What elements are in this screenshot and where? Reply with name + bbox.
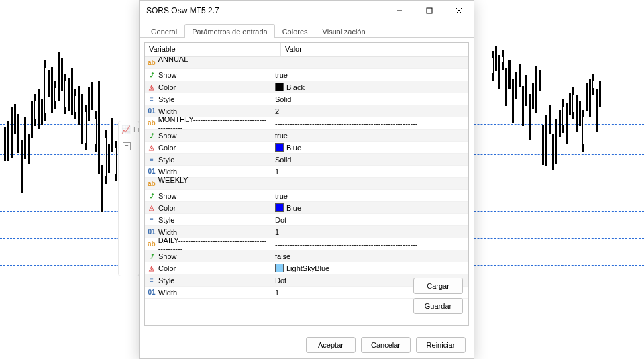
param-row[interactable]: ◬ColorBlue — [145, 142, 468, 154]
param-row[interactable]: ≡StyleSolid — [145, 93, 468, 105]
value-text: 1 — [275, 228, 279, 236]
cancel-button[interactable]: Cancelar — [361, 337, 411, 353]
param-value[interactable]: ----------------------------------------… — [272, 178, 468, 189]
param-value[interactable]: Black — [272, 81, 468, 93]
candlestick — [529, 94, 531, 140]
chart-candles-right — [486, 47, 644, 282]
param-label: Style — [158, 95, 174, 103]
candlestick — [586, 83, 588, 111]
param-value[interactable]: ----------------------------------------… — [272, 117, 468, 129]
param-row[interactable]: ⭜Showtrue — [145, 190, 468, 202]
param-label: Style — [158, 156, 174, 164]
reset-button[interactable]: Reiniciar — [416, 337, 466, 353]
candlestick — [542, 125, 544, 165]
value-text: true — [275, 71, 288, 79]
candlestick — [515, 72, 517, 99]
color-swatch — [275, 143, 284, 152]
param-label: Color — [158, 144, 176, 152]
save-button[interactable]: Guardar — [413, 298, 463, 314]
candlestick — [111, 118, 113, 152]
color-icon: ◬ — [148, 264, 156, 272]
candlestick — [64, 74, 66, 114]
param-label: Show — [158, 192, 177, 200]
candlestick — [535, 66, 537, 113]
param-value[interactable]: 2 — [272, 105, 468, 117]
candlestick — [492, 51, 494, 81]
tree-collapse-icon[interactable]: − — [123, 142, 131, 150]
load-button[interactable]: Cargar — [413, 278, 463, 294]
candlestick — [101, 165, 103, 212]
style-icon: ≡ — [148, 276, 156, 285]
candlestick — [596, 89, 598, 132]
grid-header-variable[interactable]: Variable — [145, 43, 281, 56]
grid-header-value[interactable]: Valor — [281, 43, 468, 56]
param-row[interactable]: ⭜Showtrue — [145, 130, 468, 142]
param-value[interactable]: Blue — [272, 142, 468, 153]
param-row[interactable]: abMONTHLY-------------------------------… — [145, 117, 468, 130]
param-value[interactable]: Solid — [272, 154, 468, 165]
color-swatch — [275, 264, 284, 272]
param-row[interactable]: ≡StyleDot — [145, 214, 468, 226]
close-button[interactable] — [444, 1, 474, 21]
param-value[interactable]: LightSkyBlue — [272, 262, 468, 274]
param-row[interactable]: ◬ColorLightSkyBlue — [145, 262, 468, 274]
section-icon: ab — [148, 180, 156, 188]
candlestick — [61, 58, 63, 91]
maximize-button[interactable] — [415, 1, 444, 21]
show-icon: ⭜ — [148, 132, 156, 140]
tab-inputs[interactable]: Parámetros de entrada — [184, 24, 275, 38]
candlestick — [522, 86, 524, 126]
candlestick — [74, 89, 76, 119]
param-value[interactable]: false — [272, 250, 468, 262]
candlestick — [7, 121, 9, 161]
color-icon: ◬ — [148, 144, 156, 152]
candlestick — [562, 99, 564, 133]
candlestick — [572, 87, 574, 119]
candlestick — [502, 50, 504, 70]
value-text: Dot — [275, 276, 286, 285]
candlestick — [495, 46, 497, 71]
param-value[interactable]: Dot — [272, 214, 468, 225]
candlestick — [519, 64, 521, 87]
candlestick — [555, 119, 557, 164]
candlestick — [532, 83, 534, 109]
param-value[interactable]: ----------------------------------------… — [272, 238, 468, 250]
param-row[interactable]: ⭜Showfalse — [145, 250, 468, 262]
param-row[interactable]: ⭜Showtrue — [145, 69, 468, 81]
param-value[interactable]: true — [272, 130, 468, 141]
value-text: true — [275, 132, 288, 140]
minimize-button[interactable] — [385, 1, 415, 21]
param-row[interactable]: abANNUAL--------------------------------… — [145, 57, 468, 69]
candlestick — [54, 81, 56, 109]
candlestick — [498, 55, 500, 89]
tab-general[interactable]: General — [144, 24, 184, 38]
param-value[interactable]: Blue — [272, 202, 468, 213]
param-value[interactable]: true — [272, 190, 468, 201]
value-text: false — [275, 252, 290, 260]
tab-visualization[interactable]: Visualización — [315, 24, 373, 38]
accept-button[interactable]: Aceptar — [306, 337, 356, 353]
color-swatch — [275, 83, 284, 91]
param-row[interactable]: abWEEKLY--------------------------------… — [145, 178, 468, 190]
param-value[interactable]: ----------------------------------------… — [272, 57, 468, 68]
param-value[interactable]: true — [272, 69, 468, 81]
param-value[interactable]: Solid — [272, 93, 468, 105]
param-row[interactable]: ◬ColorBlue — [145, 202, 468, 214]
candlestick — [582, 110, 584, 152]
param-label: Show — [158, 132, 177, 140]
param-row[interactable]: ≡StyleSolid — [145, 154, 468, 166]
param-row[interactable]: ◬ColorBlack — [145, 81, 468, 93]
value-text: Solid — [275, 156, 291, 164]
param-row[interactable]: abDAILY---------------------------------… — [145, 238, 468, 250]
param-value[interactable]: 1 — [272, 226, 468, 238]
candlestick — [68, 78, 70, 111]
tab-colors[interactable]: Colores — [275, 24, 315, 38]
candlestick — [552, 134, 554, 170]
candlestick — [549, 105, 551, 134]
indicator-properties-dialog: SORS Osw MT5 2.7 General Parámetros de e… — [139, 0, 474, 359]
color-name: Blue — [286, 204, 301, 212]
candlestick — [44, 60, 46, 121]
param-value[interactable]: 1 — [272, 166, 468, 177]
value-text: true — [275, 192, 288, 200]
candlestick — [566, 103, 568, 144]
